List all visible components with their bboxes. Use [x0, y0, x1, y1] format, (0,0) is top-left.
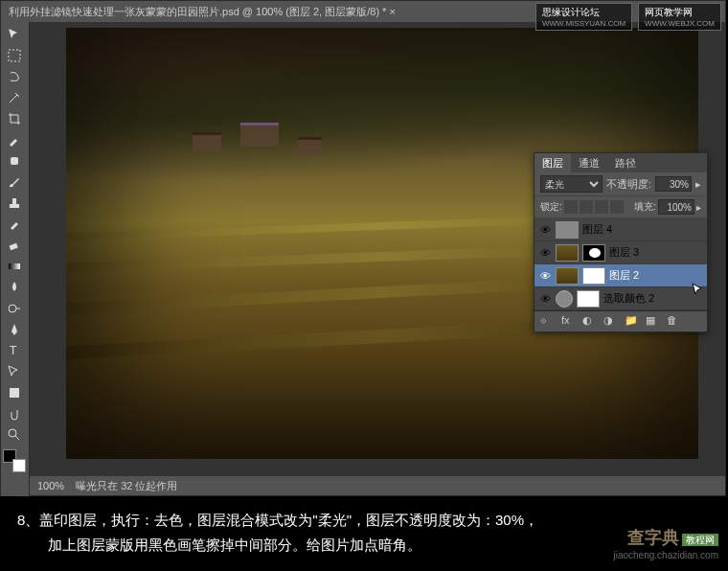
layer-name[interactable]: 图层 2	[609, 268, 703, 283]
gradient-tool[interactable]	[3, 256, 26, 277]
layer-name[interactable]: 图层 4	[582, 222, 703, 237]
mask-thumbnail[interactable]	[582, 244, 605, 262]
adjustment-icon[interactable]: ◑	[603, 314, 619, 330]
visibility-icon[interactable]: 👁	[538, 292, 552, 306]
adjustment-icon[interactable]	[556, 290, 573, 308]
layer-item-selected[interactable]: 👁 图层 2	[535, 264, 707, 287]
mask-icon[interactable]: ◐	[582, 314, 598, 330]
watermark-top: 思缘设计论坛 WWW.MISSYUAN.COM 网页教学网 WWW.WEBJX.…	[535, 3, 721, 31]
eyedropper-tool[interactable]	[3, 129, 26, 150]
svg-rect-3	[9, 263, 20, 269]
svg-rect-2	[10, 243, 18, 250]
layer-thumbnail[interactable]	[556, 244, 579, 262]
blend-row: 柔光 不透明度: ▸	[535, 172, 707, 196]
document-title: 利用外挂滤镜快速处理一张灰蒙蒙的田园照片.psd @ 100% (图层 2, 图…	[9, 5, 396, 19]
lasso-tool[interactable]	[3, 66, 26, 87]
tab-layers[interactable]: 图层	[535, 153, 571, 172]
shape-tool[interactable]	[3, 382, 26, 403]
svg-rect-0	[9, 50, 20, 61]
color-swatches[interactable]	[3, 449, 26, 472]
blur-tool[interactable]	[3, 277, 26, 298]
hand-tool[interactable]	[3, 403, 26, 424]
watermark-badge: 思缘设计论坛 WWW.MISSYUAN.COM	[535, 3, 632, 31]
status-info: 曝光只在 32 位起作用	[76, 479, 177, 493]
dodge-tool[interactable]	[3, 298, 26, 319]
lock-label: 锁定:	[540, 200, 562, 214]
folder-icon[interactable]: 📁	[625, 314, 640, 330]
link-icon[interactable]: ⟐	[540, 314, 556, 330]
trash-icon[interactable]: 🗑	[667, 314, 682, 330]
mask-thumbnail[interactable]	[582, 267, 605, 285]
blend-mode-select[interactable]: 柔光	[540, 175, 603, 193]
layer-name[interactable]: 图层 3	[609, 245, 703, 260]
instruction-line1: 8、盖印图层，执行：去色，图层混合模式改为"柔光"，图层不透明度改为：30%，	[17, 508, 711, 533]
visibility-icon[interactable]: 👁	[538, 223, 552, 237]
tab-paths[interactable]: 路径	[607, 153, 644, 172]
photoshop-window: 利用外挂滤镜快速处理一张灰蒙蒙的田园照片.psd @ 100% (图层 2, 图…	[0, 0, 726, 496]
svg-rect-6	[10, 388, 19, 398]
lock-transparency-icon[interactable]	[564, 200, 578, 214]
fill-input[interactable]	[658, 199, 694, 215]
lock-pixels-icon[interactable]	[580, 200, 593, 214]
new-layer-icon[interactable]: ▦	[646, 314, 661, 330]
instruction-line2: 加上图层蒙版用黑色画笔擦掉中间部分。给图片加点暗角。	[17, 533, 711, 558]
status-bar: 100% 曝光只在 32 位起作用	[30, 476, 725, 495]
layer-item[interactable]: 👁 图层 4	[535, 218, 707, 241]
tools-panel: T	[1, 22, 30, 497]
mask-thumbnail[interactable]	[577, 290, 600, 308]
type-tool[interactable]: T	[3, 340, 26, 361]
svg-rect-1	[11, 157, 18, 165]
svg-point-7	[9, 429, 16, 437]
layer-thumbnail[interactable]	[556, 221, 579, 239]
lock-all-icon[interactable]	[610, 200, 624, 214]
stamp-tool[interactable]	[3, 193, 26, 214]
lock-row: 锁定: 填充: ▸	[535, 196, 707, 218]
layer-list: 👁 图层 4 👁 图层 3 👁 图层 2 👁 选取颜色 2	[535, 218, 707, 310]
fx-icon[interactable]: fx	[561, 314, 577, 330]
tab-channels[interactable]: 通道	[571, 153, 607, 172]
svg-text:T: T	[10, 344, 17, 357]
fill-label: 填充:	[634, 200, 656, 214]
watermark-bottom: 查字典 教程网 jiaocheng.chazidian.com	[613, 527, 718, 561]
svg-point-4	[9, 305, 16, 312]
chevron-icon[interactable]: ▸	[695, 178, 701, 191]
visibility-icon[interactable]: 👁	[538, 246, 552, 260]
cursor-icon	[691, 282, 706, 297]
watermark-url: jiaocheng.chazidian.com	[613, 549, 718, 561]
layers-panel: 图层 通道 路径 柔光 不透明度: ▸ 锁定: 填充: ▸ 👁 图层 4	[534, 152, 708, 332]
layer-item[interactable]: 👁 选取颜色 2	[535, 287, 707, 310]
chevron-icon[interactable]: ▸	[696, 202, 701, 213]
watermark-logo: 查字典	[627, 528, 679, 547]
wand-tool[interactable]	[3, 87, 26, 108]
watermark-tag: 教程网	[682, 534, 718, 546]
opacity-input[interactable]	[655, 176, 692, 192]
panel-tabs: 图层 通道 路径	[535, 153, 707, 172]
path-tool[interactable]	[3, 361, 26, 382]
history-brush-tool[interactable]	[3, 214, 26, 235]
layer-thumbnail[interactable]	[556, 267, 579, 285]
zoom-level[interactable]: 100%	[37, 480, 64, 491]
watermark-badge: 网页教学网 WWW.WEBJX.COM	[638, 3, 721, 31]
marquee-tool[interactable]	[3, 45, 26, 66]
eraser-tool[interactable]	[3, 235, 26, 256]
pen-tool[interactable]	[3, 319, 26, 340]
visibility-icon[interactable]: 👁	[538, 269, 552, 283]
healing-tool[interactable]	[3, 150, 26, 171]
panel-bottom: ⟐ fx ◐ ◑ 📁 ▦ 🗑	[535, 310, 707, 331]
zoom-tool[interactable]	[3, 424, 26, 445]
move-tool[interactable]	[3, 24, 26, 45]
opacity-label: 不透明度:	[606, 177, 651, 192]
brush-tool[interactable]	[3, 171, 26, 193]
lock-position-icon[interactable]	[595, 200, 608, 214]
crop-tool[interactable]	[3, 108, 26, 129]
layer-name[interactable]: 选取颜色 2	[603, 291, 703, 306]
layer-item[interactable]: 👁 图层 3	[535, 241, 707, 264]
background-color[interactable]	[12, 459, 26, 472]
